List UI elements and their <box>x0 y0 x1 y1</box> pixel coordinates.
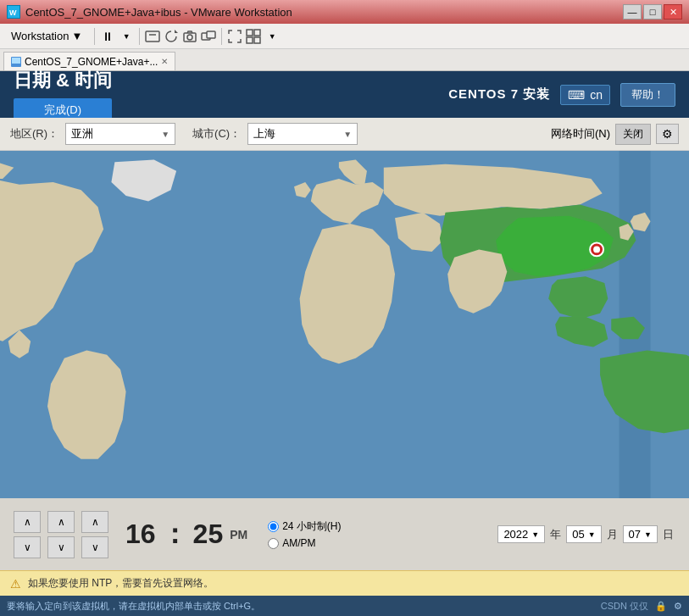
svg-point-6 <box>187 35 192 40</box>
time-controls: ∧ ∨ ∧ ∨ ∧ ∨ 16 ： 25 PM <box>0 498 689 570</box>
time-format-options: 24 小时制(H) AM/PM <box>268 519 341 549</box>
lock-icon: 🔒 <box>655 601 667 612</box>
ampm-option[interactable]: AM/PM <box>268 537 341 549</box>
tab-close-button[interactable]: ✕ <box>161 57 168 66</box>
second-down-button[interactable]: ∨ <box>81 536 108 558</box>
time-colon: ： <box>161 516 188 553</box>
24h-option[interactable]: 24 小时制(H) <box>268 519 341 534</box>
keyboard-input[interactable]: ⌨ cn <box>560 85 610 105</box>
svg-rect-12 <box>254 37 260 43</box>
year-unit: 年 <box>550 527 561 542</box>
month-unit: 月 <box>607 527 618 542</box>
help-button[interactable]: 帮助！ <box>620 83 675 107</box>
month-select[interactable]: 05 ▼ <box>566 525 601 543</box>
year-select[interactable]: 2022 ▼ <box>497 525 545 543</box>
minute-down-button[interactable]: ∨ <box>47 536 75 558</box>
hour-display: 16 <box>125 519 156 550</box>
city-dropdown-arrow: ▼ <box>343 130 352 139</box>
network-time-toggle[interactable]: 关闭 <box>615 124 651 145</box>
svg-text:W: W <box>9 8 17 17</box>
title-bar: W CentOS_7_GNOME+Java+ibus - VMware Work… <box>0 0 689 24</box>
unity-dropdown[interactable]: ▼ <box>264 28 281 45</box>
ntp-warning: ⚠ 如果您要使用 NTP，需要首先设置网络。 <box>0 570 689 596</box>
vm-content: 日期 & 时间 完成(D) CENTOS 7 安装 ⌨ cn 帮助！ 地区(R)… <box>0 71 689 596</box>
menu-separator-3 <box>221 28 222 45</box>
take-snapshot[interactable] <box>181 28 198 45</box>
hour-up-button[interactable]: ∧ <box>14 511 41 533</box>
keyboard-lang: cn <box>590 88 603 102</box>
region-label: 地区(R)： <box>10 126 58 142</box>
maximize-button[interactable]: □ <box>643 4 662 19</box>
svg-rect-8 <box>207 31 215 38</box>
24h-radio[interactable] <box>268 521 279 532</box>
day-value: 07 <box>629 528 641 541</box>
status-bar-right: CSDN 仅仅 🔒 ⚙ <box>601 600 682 613</box>
24h-label: 24 小时制(H) <box>282 519 341 534</box>
svg-rect-2 <box>146 31 159 42</box>
menu-separator-1 <box>94 28 95 45</box>
svg-rect-9 <box>247 30 253 36</box>
snapshot-manager[interactable] <box>200 28 217 45</box>
city-label: 城市(C)： <box>192 126 241 142</box>
page-title: 日期 & 时间 <box>14 68 112 93</box>
network-time-label: 网络时间(N) <box>551 126 610 142</box>
status-bar: 要将输入定向到该虚拟机，请在虚拟机内部单击或按 Ctrl+G。 CSDN 仅仅 … <box>0 596 689 616</box>
centos-label: CENTOS 7 安装 <box>448 86 550 103</box>
minimize-button[interactable]: — <box>623 4 642 19</box>
title-bar-left: W CentOS_7_GNOME+Java+ibus - VMware Work… <box>7 5 292 19</box>
menu-bar: Workstation ▼ ⏸ ▼ ▼ <box>0 24 689 49</box>
full-screen[interactable] <box>226 28 243 45</box>
region-dropdown-arrow: ▼ <box>161 130 169 139</box>
header-left: 日期 & 时间 完成(D) <box>14 68 112 122</box>
keyboard-icon: ⌨ <box>568 88 585 102</box>
tab-label: CentOS_7_GNOME+Java+... <box>25 56 158 68</box>
installer-header: 日期 & 时间 完成(D) CENTOS 7 安装 ⌨ cn 帮助！ <box>0 71 689 118</box>
window-title: CentOS_7_GNOME+Java+ibus - VMware Workst… <box>25 6 292 19</box>
pause-dropdown[interactable]: ▼ <box>118 28 135 45</box>
csdn-label: CSDN 仅仅 <box>601 600 648 613</box>
network-time-gear[interactable]: ⚙ <box>656 124 679 144</box>
city-value: 上海 <box>253 126 275 142</box>
header-right: CENTOS 7 安装 ⌨ cn 帮助！ <box>448 83 675 107</box>
svg-rect-10 <box>254 30 260 36</box>
shanghai-center <box>593 246 600 253</box>
workstation-arrow: ▼ <box>71 30 82 42</box>
date-section: 2022 ▼ 年 05 ▼ 月 07 ▼ 日 <box>497 525 675 543</box>
minute-up-button[interactable]: ∧ <box>47 511 75 533</box>
region-value: 亚洲 <box>71 126 93 142</box>
day-select[interactable]: 07 ▼ <box>623 525 658 543</box>
day-unit: 日 <box>663 527 674 542</box>
ntp-warning-text: 如果您要使用 NTP，需要首先设置网络。 <box>28 576 214 591</box>
status-text: 要将输入定向到该虚拟机，请在虚拟机内部单击或按 Ctrl+G。 <box>7 600 260 613</box>
second-up-button[interactable]: ∧ <box>81 511 108 533</box>
app-window: W CentOS_7_GNOME+Java+ibus - VMware Work… <box>0 0 689 616</box>
send-ctrl-alt-del[interactable] <box>144 28 161 45</box>
svg-rect-14 <box>12 58 20 64</box>
minute-display: 25 <box>193 519 224 550</box>
ampm-label: AM/PM <box>282 537 315 549</box>
ampm-radio[interactable] <box>268 538 279 549</box>
close-button[interactable]: ✕ <box>664 4 682 19</box>
month-arrow: ▼ <box>588 530 596 539</box>
app-icon: W <box>7 5 20 19</box>
settings-icon: ⚙ <box>674 601 682 612</box>
revert-snapshot[interactable] <box>163 28 180 45</box>
window-controls: — □ ✕ <box>623 4 682 19</box>
time-display: 16 ： 25 PM <box>125 516 247 553</box>
hour-down-button[interactable]: ∨ <box>14 536 41 558</box>
world-map[interactable] <box>0 151 689 498</box>
ampm-display: PM <box>230 528 247 541</box>
warning-icon: ⚠ <box>10 577 21 591</box>
svg-marker-4 <box>175 30 178 33</box>
city-select[interactable]: 上海 ▼ <box>247 123 358 145</box>
workstation-label: Workstation <box>11 30 69 42</box>
year-arrow: ▼ <box>531 530 539 539</box>
workstation-menu[interactable]: Workstation ▼ <box>3 26 90 46</box>
year-value: 2022 <box>503 528 528 541</box>
region-select[interactable]: 亚洲 ▼ <box>65 123 175 145</box>
pause-button[interactable]: ⏸ <box>99 28 116 45</box>
region-bar: 地区(R)： 亚洲 ▼ 城市(C)： 上海 ▼ 网络时间(N) 关闭 ⚙ <box>0 118 689 151</box>
unity-mode[interactable] <box>245 28 262 45</box>
network-time-section: 网络时间(N) 关闭 ⚙ <box>551 124 679 145</box>
svg-rect-11 <box>247 37 253 43</box>
